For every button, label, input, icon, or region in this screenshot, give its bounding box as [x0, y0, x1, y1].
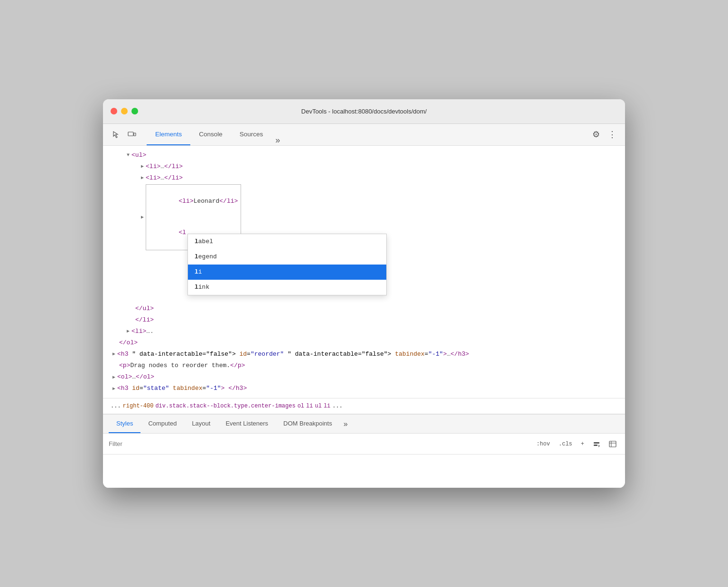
dom-line[interactable]: <ol>…</ol>	[103, 371, 625, 383]
autocomplete-item-link[interactable]: link	[188, 280, 386, 295]
toolbar-right: ⚙ ⋮	[589, 127, 619, 142]
autocomplete-item-li[interactable]: li	[188, 265, 386, 280]
dom-line[interactable]: </li>	[103, 314, 625, 326]
svg-rect-0	[128, 132, 133, 136]
close-button[interactable]	[111, 108, 117, 114]
svg-rect-1	[134, 133, 136, 136]
tab-dom-breakpoints[interactable]: DOM Breakpoints	[276, 415, 340, 433]
filter-input[interactable]	[109, 440, 530, 447]
breadcrumb-item[interactable]: ul	[315, 403, 321, 409]
dom-line[interactable]: <ul>	[103, 150, 625, 161]
triangle-icon	[112, 385, 115, 393]
breadcrumb-item[interactable]: div.stack.stack--block.type.center-image…	[155, 403, 295, 409]
hov-filter-button[interactable]: :hov	[533, 440, 553, 448]
styles-content-area	[103, 454, 625, 488]
dom-line[interactable]: <li>….	[103, 326, 625, 337]
autocomplete-item-label[interactable]: label	[188, 234, 386, 249]
more-options-icon[interactable]: ⋮	[605, 127, 619, 142]
cls-filter-button[interactable]: .cls	[556, 440, 575, 448]
device-toolbar-icon[interactable]	[125, 127, 139, 142]
autocomplete-list: label legend li link	[187, 234, 387, 295]
tab-styles[interactable]: Styles	[109, 415, 140, 433]
titlebar: DevTools - localhost:8080/docs/devtools/…	[103, 99, 625, 124]
triangle-icon	[127, 327, 130, 335]
dom-line[interactable]: <p>Drag nodes to reorder them.</p>	[103, 360, 625, 371]
breadcrumb-item[interactable]: right-400	[123, 403, 154, 409]
toggle-element-state-icon[interactable]	[590, 437, 603, 451]
tab-sources[interactable]: Sources	[231, 124, 272, 145]
svg-rect-3	[594, 445, 597, 446]
triangle-icon	[112, 373, 115, 381]
breadcrumb-bar: ... right-400 div.stack.stack--block.typ…	[103, 398, 625, 414]
bottom-tabs: Styles Computed Layout Event Listeners D…	[103, 415, 625, 434]
breadcrumb-item[interactable]: li	[306, 403, 313, 409]
tab-computed[interactable]: Computed	[140, 415, 184, 433]
dom-line[interactable]: <li>…</li>	[103, 161, 625, 172]
tab-elements[interactable]: Elements	[147, 124, 190, 145]
svg-rect-4	[609, 441, 616, 447]
window-title: DevTools - localhost:8080/docs/devtools/…	[301, 108, 427, 115]
toolbar-tabs: Elements Console Sources »	[147, 124, 284, 145]
tab-layout[interactable]: Layout	[184, 415, 218, 433]
filter-bar: :hov .cls +	[103, 434, 625, 454]
dom-line[interactable]: <li>…</li>	[103, 172, 625, 184]
breadcrumb-item[interactable]: ol	[298, 403, 304, 409]
tab-event-listeners[interactable]: Event Listeners	[218, 415, 276, 433]
autocomplete-dropdown: label legend li link	[187, 234, 387, 295]
dom-line[interactable]: </ol>	[103, 337, 625, 349]
triangle-icon	[112, 350, 115, 358]
minimize-button[interactable]	[121, 108, 128, 114]
filter-buttons: :hov .cls +	[533, 437, 619, 451]
settings-icon[interactable]: ⚙	[589, 127, 603, 142]
inspect-styles-icon[interactable]	[606, 437, 619, 451]
traffic-lights	[111, 108, 138, 114]
toolbar-icons	[109, 127, 139, 142]
breadcrumb-item[interactable]: li	[324, 403, 330, 409]
select-element-icon[interactable]	[109, 127, 123, 142]
dom-panel: <ul> <li>…</li> <li>…</li> <li>Leonard</…	[103, 146, 625, 398]
dom-line[interactable]: <h3 " data-interactable="false"> id="reo…	[103, 349, 625, 360]
triangle-icon	[141, 162, 144, 170]
triangle-icon	[141, 213, 144, 221]
autocomplete-item-legend[interactable]: legend	[188, 249, 386, 265]
bottom-panel: Styles Computed Layout Event Listeners D…	[103, 414, 625, 488]
devtools-window: DevTools - localhost:8080/docs/devtools/…	[103, 99, 625, 488]
breadcrumb-ellipsis-end: ...	[332, 403, 343, 409]
more-tabs-button[interactable]: »	[271, 135, 284, 145]
maximize-button[interactable]	[131, 108, 138, 114]
add-rule-button[interactable]: +	[578, 440, 587, 448]
toolbar: Elements Console Sources » ⚙ ⋮	[103, 124, 625, 146]
triangle-icon	[127, 151, 130, 159]
more-bottom-tabs-button[interactable]: »	[340, 415, 352, 433]
triangle-icon	[141, 174, 144, 182]
breadcrumb-ellipsis: ...	[111, 403, 121, 409]
dom-line[interactable]: <h3 id="state" tabindex="-1"> </h3>	[103, 383, 625, 394]
tab-console[interactable]: Console	[190, 124, 231, 145]
dom-line[interactable]: </ul>	[103, 303, 625, 314]
svg-rect-2	[594, 442, 599, 444]
